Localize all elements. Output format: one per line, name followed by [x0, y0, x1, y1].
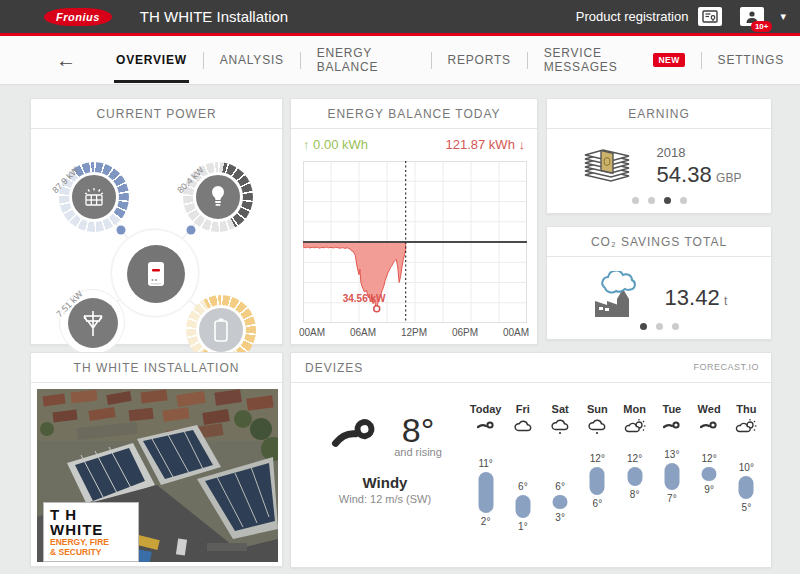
tab-settings[interactable]: SETTINGS	[702, 53, 800, 67]
wind-icon	[328, 416, 380, 454]
forecast-day: Sun 12°6°	[579, 403, 616, 553]
power-flow-diagram: 87.9 kW 80.4 kW 7.51 kW	[31, 129, 282, 344]
current-power-card: CURRENT POWER 87.9 kW 80.4 kW	[30, 98, 283, 345]
earning-card: EARNING 2018 54.38 GBP	[546, 98, 772, 214]
pagination-dot[interactable]	[656, 323, 663, 330]
temp-range-pill	[553, 495, 568, 509]
product-registration-link[interactable]: Product registration	[576, 9, 689, 24]
factory-icon	[591, 271, 643, 325]
co2-pagination	[547, 323, 771, 330]
temp-trend: and rising	[394, 446, 442, 458]
temp-range-pill	[739, 476, 754, 499]
card-title: CO₂ SAVINGS TOTAL	[547, 227, 771, 257]
forecast-day: Today 11°2°	[467, 403, 504, 553]
current-temp: 8°	[394, 411, 442, 450]
inverter-node[interactable]	[111, 229, 199, 317]
top-bar: Fronius TH WHITE Installation Product re…	[0, 0, 800, 33]
tab-energy-balance[interactable]: ENERGY BALANCE	[301, 46, 431, 74]
tab-analysis[interactable]: ANALYSIS	[204, 53, 300, 67]
x-tick: 06PM	[452, 327, 478, 338]
card-title: EARNING	[547, 99, 771, 129]
forecast-days: Today 11°2° Fri 6°1° Sat 6°3° Sun 12°6° …	[467, 403, 765, 553]
energy-balance-card: ENERGY BALANCE TODAY ↑ 0.00 kWh 121.87 k…	[290, 98, 538, 345]
weather-icon	[691, 418, 728, 438]
co2-value: 13.42	[665, 285, 720, 310]
energy-balance-chart	[303, 161, 527, 327]
main-nav: ← OVERVIEW ANALYSIS ENERGY BALANCE REPOR…	[0, 36, 800, 85]
energy-consumed-value: 121.87 kWh ↓	[446, 137, 526, 152]
pagination-dot[interactable]	[680, 197, 687, 204]
chart-min-label: 34.56 kW	[343, 293, 386, 304]
earning-value: 54.38	[657, 162, 712, 187]
inverter-icon	[127, 245, 185, 303]
forecast-day: Sat 6°3°	[542, 403, 579, 553]
weather-card: DEVIZES FORECAST.IO 8° and rising Windy …	[290, 352, 772, 568]
earning-currency: GBP	[716, 171, 741, 185]
forecast-day: Tue 13°7°	[653, 403, 690, 553]
solar-panel-icon	[69, 172, 119, 222]
wind-detail: Wind: 12 m/s (SW)	[305, 493, 465, 505]
lightbulb-icon	[193, 172, 243, 222]
x-tick: 00AM	[503, 327, 529, 338]
temp-range-pill	[515, 495, 530, 518]
card-title: CURRENT POWER	[31, 99, 282, 129]
co2-unit: t	[724, 294, 727, 308]
tab-overview[interactable]: OVERVIEW	[100, 53, 203, 67]
tab-reports[interactable]: REPORTS	[431, 53, 526, 67]
energy-fed-in-value: ↑ 0.00 kWh	[303, 137, 368, 152]
chevron-down-icon[interactable]: ▾	[780, 10, 786, 23]
pagination-dot[interactable]	[648, 197, 655, 204]
pagination-dot[interactable]	[632, 197, 639, 204]
temp-range-pill	[664, 463, 679, 491]
page-title: TH WHITE Installation	[140, 8, 288, 25]
forecast-day: Mon 12°8°	[616, 403, 653, 553]
back-arrow-icon[interactable]: ←	[56, 49, 76, 72]
weather-icon	[504, 418, 541, 438]
card-title: TH WHITE INSTALLATION	[31, 353, 282, 383]
tab-service-messages[interactable]: SERVICE MESSAGES NEW	[528, 46, 701, 74]
x-tick: 00AM	[299, 327, 325, 338]
weather-icon	[728, 418, 765, 438]
earning-pagination	[547, 197, 771, 204]
forecast-day: Thu 10°5°	[728, 403, 765, 553]
x-tick: 12PM	[401, 327, 427, 338]
money-icon	[577, 143, 635, 189]
fronius-logo[interactable]: Fronius	[44, 8, 112, 26]
temp-range-pill	[590, 467, 605, 495]
notification-badge: 10+	[751, 21, 773, 32]
weather-icon	[616, 418, 653, 438]
new-badge: NEW	[653, 53, 684, 67]
pagination-dot[interactable]	[640, 323, 647, 330]
weather-icon	[653, 418, 690, 438]
forecast-day: Wed 12°9°	[691, 403, 728, 553]
weather-condition: Windy	[305, 474, 465, 491]
current-weather: 8° and rising Windy Wind: 12 m/s (SW)	[305, 411, 465, 505]
installation-photo: T H WHITE ENERGY, FIRE & SECURITY	[37, 389, 278, 562]
chart-x-axis: 00AM 06AM 12PM 06PM 00AM	[299, 327, 529, 338]
forecast-source-link[interactable]: FORECAST.IO	[693, 362, 759, 372]
temp-range-pill	[702, 467, 717, 481]
user-account-icon[interactable]: 10+	[740, 7, 764, 26]
forecast-day: Fri 6°1°	[504, 403, 541, 553]
earning-year: 2018	[657, 145, 742, 160]
co2-savings-card: CO₂ SAVINGS TOTAL 13.42 t	[546, 226, 772, 340]
battery-icon	[196, 305, 246, 355]
pagination-dot[interactable]	[672, 323, 679, 330]
product-registration-icon[interactable]	[698, 7, 722, 26]
weather-icon	[542, 418, 579, 438]
temp-range-pill	[478, 472, 493, 513]
x-tick: 06AM	[350, 327, 376, 338]
th-white-logo: T H WHITE ENERGY, FIRE & SECURITY	[43, 502, 139, 562]
installation-photo-card: TH WHITE INSTALLATION	[30, 352, 283, 567]
card-title: ENERGY BALANCE TODAY	[291, 99, 537, 129]
weather-icon	[467, 418, 504, 438]
temp-range-pill	[627, 467, 642, 485]
weather-icon	[579, 418, 616, 438]
power-grid-icon	[68, 298, 118, 348]
pagination-dot[interactable]	[664, 197, 671, 204]
